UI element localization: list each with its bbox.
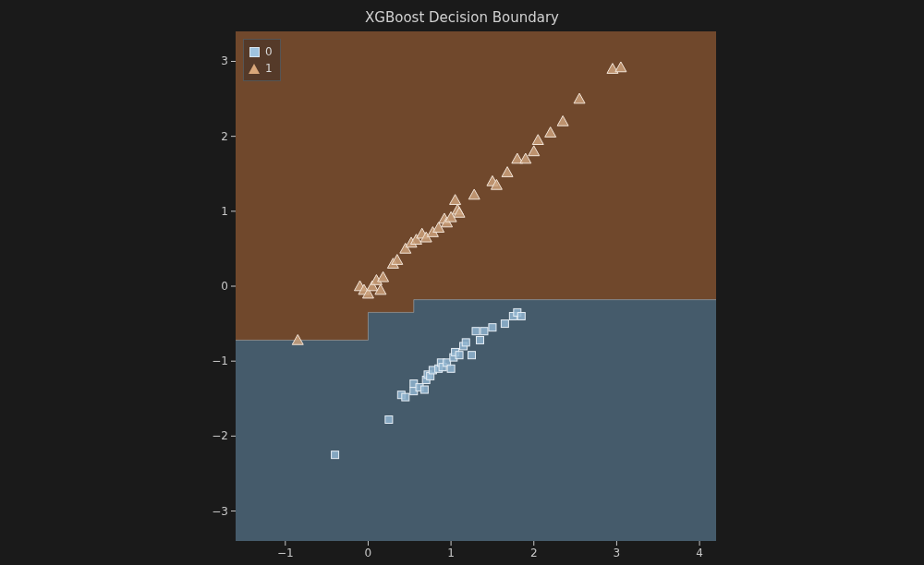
point-class-0 <box>517 312 525 319</box>
square-icon <box>249 47 260 57</box>
y-tick-label: 0 <box>201 280 228 293</box>
point-class-0 <box>420 386 428 393</box>
point-class-0 <box>468 352 476 359</box>
legend: 01 <box>243 39 281 81</box>
triangle-icon <box>249 64 260 74</box>
x-tick-label: 4 <box>686 547 713 559</box>
point-class-0 <box>480 328 488 335</box>
y-tick-label: −1 <box>201 355 228 367</box>
point-class-0 <box>489 324 496 331</box>
legend-label: 0 <box>265 45 273 58</box>
y-tick-label: −3 <box>201 505 228 518</box>
y-tick-label: 1 <box>201 205 228 218</box>
point-class-0 <box>402 393 409 401</box>
point-class-0 <box>456 352 463 359</box>
y-tick-label: −2 <box>201 429 228 442</box>
chart-stage: XGBoost Decision Boundary −3−2−10123−101… <box>0 0 924 565</box>
x-tick-label: 2 <box>520 547 548 559</box>
y-tick-label: 2 <box>201 130 228 143</box>
legend-entry-1: 1 <box>249 60 273 77</box>
legend-entry-0: 0 <box>249 43 273 60</box>
point-class-0 <box>501 320 508 328</box>
x-tick-label: 3 <box>602 547 630 559</box>
plot-area <box>236 31 716 541</box>
x-tick-label: 1 <box>437 547 465 559</box>
legend-label: 1 <box>265 62 273 75</box>
x-tick-label: 0 <box>354 547 382 559</box>
x-tick-label: −1 <box>272 547 299 559</box>
region-class-1 <box>236 31 716 340</box>
y-tick-label: 3 <box>201 54 228 67</box>
point-class-0 <box>332 451 339 459</box>
point-class-0 <box>385 415 393 423</box>
plot-svg <box>236 31 716 541</box>
point-class-0 <box>462 339 469 346</box>
point-class-0 <box>472 328 480 335</box>
chart-title: XGBoost Decision Boundary <box>0 9 924 26</box>
point-class-0 <box>476 336 483 343</box>
point-class-0 <box>447 365 455 372</box>
